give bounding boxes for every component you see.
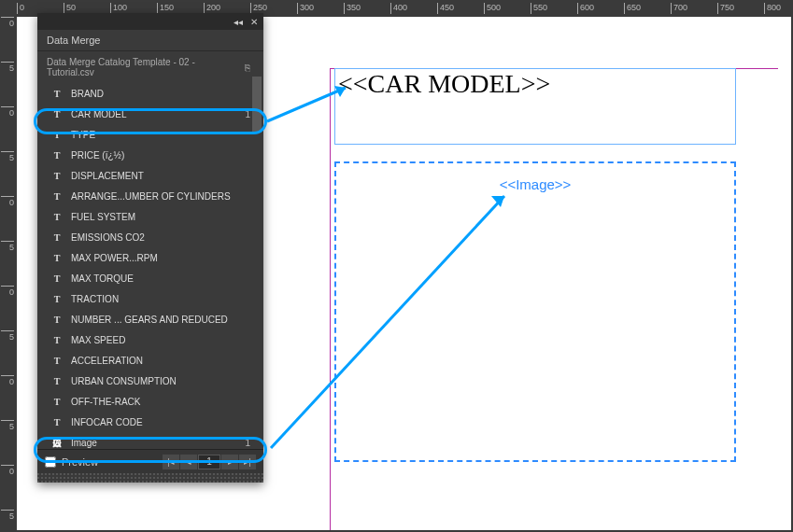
- field-image[interactable]: Image1: [37, 432, 263, 449]
- field-label: Image: [71, 438, 97, 448]
- data-merge-panel[interactable]: ◂◂ ✕ Data Merge Data Merge Catalog Templ…: [37, 13, 263, 483]
- field-label: DISPLACEMENT: [71, 171, 144, 181]
- text-icon: [50, 273, 64, 284]
- text-icon: [50, 89, 64, 99]
- field-max-torque[interactable]: MAX TORQUE: [37, 268, 263, 288]
- field-list[interactable]: BRANDCAR MODEL1TYPEPRICE (ï¿½)DISPLACEME…: [37, 83, 263, 449]
- field-urban-consumption[interactable]: URBAN CONSUMPTION: [37, 371, 263, 391]
- field-label: NUMBER ... GEARS AND REDUCED: [71, 315, 228, 325]
- text-icon: [50, 171, 64, 181]
- field-label: TRACTION: [71, 294, 119, 304]
- field-fuel-system[interactable]: FUEL SYSTEM: [37, 206, 263, 227]
- field-traction[interactable]: TRACTION: [37, 288, 263, 309]
- text-icon: [50, 356, 64, 366]
- field-label: EMISSIONS CO2: [71, 232, 145, 243]
- collapse-icon[interactable]: ◂◂: [234, 17, 243, 27]
- field-label: PRICE (ï¿½): [71, 150, 124, 161]
- preview-label: Preview: [62, 456, 98, 468]
- ruler-corner: [0, 0, 17, 17]
- nav-last-button[interactable]: ▸|: [239, 455, 256, 469]
- text-icon: [50, 212, 64, 222]
- field-type[interactable]: TYPE: [37, 124, 263, 145]
- page-input[interactable]: [198, 455, 220, 469]
- field-brand[interactable]: BRAND: [37, 83, 263, 104]
- field-label: ACCELERATION: [71, 356, 143, 366]
- resize-grip[interactable]: [37, 473, 263, 483]
- field-price-[interactable]: PRICE (ï¿½): [37, 145, 263, 165]
- close-icon[interactable]: ✕: [250, 17, 258, 27]
- text-icon: [50, 191, 64, 202]
- text-icon: [50, 130, 64, 140]
- record-navigator: |◂ ◂ ▸ ▸|: [163, 455, 256, 469]
- field-max-speed[interactable]: MAX SPEED: [37, 329, 263, 350]
- scrollbar[interactable]: [252, 77, 262, 442]
- text-icon: [50, 109, 64, 119]
- panel-head[interactable]: ◂◂ ✕: [37, 13, 263, 30]
- scrollbar-thumb[interactable]: [252, 77, 262, 133]
- field-off-the-rack[interactable]: OFF-THE-RACK: [37, 391, 263, 412]
- text-icon: [50, 397, 64, 407]
- text-icon: [50, 335, 64, 345]
- text-icon: [50, 294, 64, 304]
- text-icon: [50, 417, 64, 427]
- nav-prev-button[interactable]: ◂: [180, 455, 197, 469]
- panel-footer: Preview |◂ ◂ ▸ ▸|: [37, 449, 263, 473]
- field-number-gears-and-reduced[interactable]: NUMBER ... GEARS AND REDUCED: [37, 309, 263, 329]
- image-frame[interactable]: <<Image>>: [334, 161, 736, 462]
- field-label: URBAN CONSUMPTION: [71, 376, 177, 386]
- placeholder-car-model: <<CAR MODEL>>: [335, 69, 550, 98]
- field-infocar-code[interactable]: INFOCAR CODE: [37, 412, 263, 432]
- field-arrange-umber-of-cylinders[interactable]: ARRANGE...UMBER OF CYLINDERS: [37, 186, 263, 206]
- image-icon: [50, 438, 64, 448]
- field-label: TYPE: [71, 130, 95, 140]
- source-link-icon[interactable]: ⎘: [241, 63, 254, 73]
- field-label: BRAND: [71, 89, 104, 99]
- text-icon: [50, 253, 64, 263]
- field-car-model[interactable]: CAR MODEL1: [37, 104, 263, 124]
- placeholder-image: <<Image>>: [500, 176, 572, 192]
- field-label: MAX POWER...RPM: [71, 253, 158, 263]
- data-source-row[interactable]: Data Merge Catalog Template - 02 - Tutor…: [37, 51, 263, 83]
- nav-first-button[interactable]: |◂: [163, 455, 179, 469]
- field-label: FUEL SYSTEM: [71, 212, 135, 222]
- text-icon: [50, 376, 64, 386]
- panel-title[interactable]: Data Merge: [37, 30, 263, 51]
- field-label: MAX SPEED: [71, 335, 125, 345]
- field-label: INFOCAR CODE: [71, 417, 143, 427]
- nav-next-button[interactable]: ▸: [221, 455, 238, 469]
- text-icon: [50, 150, 64, 161]
- field-acceleration[interactable]: ACCELERATION: [37, 350, 263, 371]
- field-label: CAR MODEL: [71, 109, 126, 119]
- field-max-power-rpm[interactable]: MAX POWER...RPM: [37, 247, 263, 268]
- text-icon: [50, 232, 64, 243]
- field-label: ARRANGE...UMBER OF CYLINDERS: [71, 191, 231, 202]
- field-label: OFF-THE-RACK: [71, 397, 140, 407]
- data-source-label: Data Merge Catalog Template - 02 - Tutor…: [47, 57, 241, 77]
- field-displacement[interactable]: DISPLACEMENT: [37, 165, 263, 186]
- vertical-ruler: 050505050505: [0, 17, 17, 530]
- preview-checkbox[interactable]: [45, 456, 56, 468]
- text-frame-car-model[interactable]: <<CAR MODEL>>: [334, 68, 736, 145]
- text-icon: [50, 315, 64, 325]
- field-emissions-co2[interactable]: EMISSIONS CO2: [37, 227, 263, 247]
- field-label: MAX TORQUE: [71, 273, 134, 284]
